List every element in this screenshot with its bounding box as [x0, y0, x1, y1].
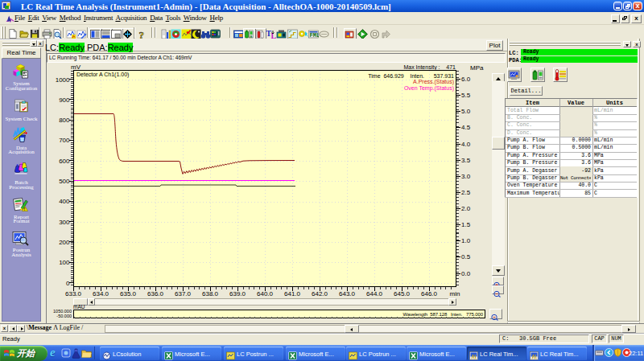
svg-text:FML: FML: [310, 32, 320, 39]
